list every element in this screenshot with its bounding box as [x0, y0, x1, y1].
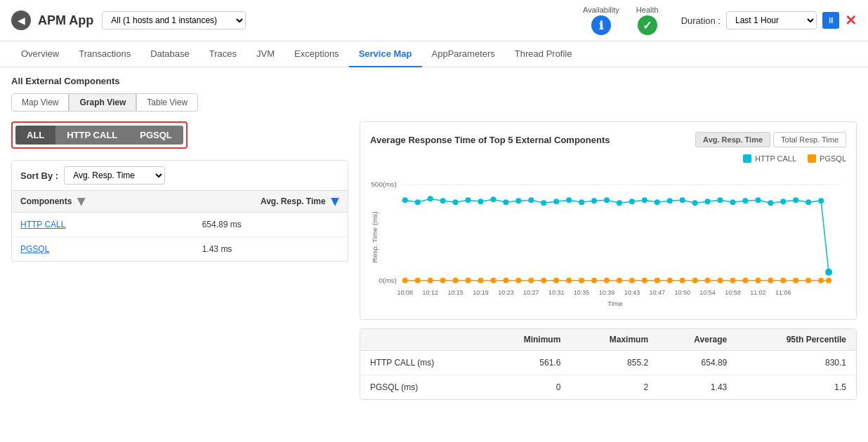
tab-service-map[interactable]: Service Map [349, 41, 422, 67]
map-view-button[interactable]: Map View [11, 93, 69, 112]
avg-resp-time-button[interactable]: Avg. Resp. Time [695, 132, 770, 147]
svg-point-16 [541, 200, 546, 206]
tab-jvm[interactable]: JVM [246, 41, 284, 67]
duration-section: Duration : Last 1 HourLast 6 HoursLast 2… [681, 11, 857, 29]
tab-database[interactable]: Database [140, 41, 199, 67]
stats-http-max: 855.2 [570, 351, 658, 375]
sort-row: Sort By : Avg. Resp. TimeTotal Resp. Tim… [12, 161, 348, 191]
svg-point-49 [515, 278, 521, 283]
tab-overview[interactable]: Overview [11, 41, 69, 67]
svg-point-66 [730, 278, 735, 283]
availability-health: Availability ℹ Health ✓ [583, 6, 659, 35]
svg-point-43 [440, 278, 446, 283]
svg-text:10:35: 10:35 [574, 289, 589, 296]
filter-http-button[interactable]: HTTP CALL [55, 126, 129, 145]
svg-point-32 [742, 198, 748, 203]
svg-text:500(ms): 500(ms) [371, 180, 397, 188]
tab-thread-profile[interactable]: Thread Profile [505, 41, 582, 67]
svg-text:10:08: 10:08 [397, 289, 413, 296]
svg-point-48 [503, 278, 508, 283]
stats-http-min: 561.6 [486, 351, 571, 375]
tab-traces[interactable]: Traces [199, 41, 246, 67]
chart-buttons: Avg. Resp. Time Total Resp. Time [695, 132, 846, 147]
table-view-button[interactable]: Table View [136, 93, 198, 112]
svg-text:10:19: 10:19 [473, 289, 488, 296]
left-panel: ALL HTTP CALL PGSQL Sort By : Avg. Resp.… [11, 121, 348, 400]
svg-point-59 [642, 278, 647, 283]
section-title: All External Components [11, 76, 857, 86]
stats-col-max: Maximum [570, 329, 658, 351]
stats-col-min: Minimum [486, 329, 571, 351]
host-select[interactable]: All (1 hosts and 1 instances) [102, 11, 246, 29]
tab-exceptions[interactable]: Exceptions [284, 41, 349, 67]
svg-text:10:43: 10:43 [624, 289, 640, 296]
back-button[interactable]: ◀ [11, 11, 31, 30]
graph-view-button[interactable]: Graph View [69, 93, 136, 112]
svg-point-68 [755, 278, 761, 283]
svg-point-46 [478, 278, 484, 283]
duration-label: Duration : [681, 15, 721, 26]
svg-point-12 [490, 196, 496, 202]
svg-point-42 [428, 278, 433, 283]
svg-point-36 [793, 197, 798, 203]
stats-pgsql-avg: 1.43 [658, 375, 737, 400]
svg-text:10:50: 10:50 [674, 289, 690, 296]
svg-point-47 [490, 278, 496, 283]
stats-http-avg: 654.89 [658, 351, 737, 375]
col-avg-resp: Avg. Resp. Time [167, 191, 348, 213]
svg-point-8 [440, 198, 446, 203]
svg-text:10:27: 10:27 [523, 289, 539, 296]
svg-point-20 [591, 198, 597, 203]
stats-table: Minimum Maximum Average 95th Percentile … [360, 329, 856, 399]
svg-point-55 [591, 278, 597, 283]
http-call-link[interactable]: HTTP CALL [20, 220, 65, 229]
total-resp-time-button[interactable]: Total Resp. Time [773, 132, 846, 147]
sort-select[interactable]: Avg. Resp. TimeTotal Resp. Time [64, 166, 165, 185]
svg-point-64 [705, 278, 711, 283]
chart-box: Average Response Time of Top 5 External … [360, 121, 857, 320]
health-icon: ✓ [638, 15, 657, 35]
svg-point-51 [541, 278, 546, 283]
health-label: Health [636, 6, 659, 14]
svg-point-39 [825, 269, 832, 276]
duration-select[interactable]: Last 1 HourLast 6 HoursLast 24 Hours [726, 11, 817, 29]
pgsql-link[interactable]: PGSQL [20, 244, 49, 254]
filter-all-button[interactable]: ALL [15, 126, 55, 145]
stats-col-p95: 95th Percentile [737, 329, 856, 351]
svg-point-67 [742, 278, 748, 283]
http-call-series [402, 196, 832, 276]
stats-pgsql-name: PGSQL (ms) [360, 375, 486, 400]
pgsql-avg-resp: 1.43 ms [167, 237, 348, 262]
close-button[interactable]: ✕ [845, 12, 857, 29]
filter-pgsql-button[interactable]: PGSQL [129, 126, 183, 145]
svg-point-50 [528, 278, 534, 283]
svg-point-6 [415, 199, 421, 205]
components-table-panel: Sort By : Avg. Resp. TimeTotal Resp. Tim… [11, 160, 348, 262]
tab-transactions[interactable]: Transactions [69, 41, 140, 67]
stats-pgsql-min: 0 [486, 375, 571, 400]
stats-http-name: HTTP CALL (ms) [360, 351, 486, 375]
legend-http-dot [743, 154, 751, 163]
svg-text:Resp. Time (ms): Resp. Time (ms) [371, 211, 379, 262]
svg-point-71 [793, 278, 798, 283]
pause-button[interactable]: ⏸ [822, 12, 839, 29]
svg-text:10:47: 10:47 [650, 289, 665, 296]
svg-point-73 [818, 278, 824, 283]
svg-point-34 [768, 200, 773, 206]
legend-pgsql-label: PGSQL [820, 154, 846, 163]
svg-point-44 [453, 278, 459, 283]
chart-svg: 500(ms) 0(ms) Resp. Time (ms) [370, 167, 846, 307]
svg-point-40 [402, 278, 408, 283]
svg-point-13 [503, 199, 508, 205]
pgsql-series [402, 278, 831, 283]
svg-point-7 [428, 196, 433, 201]
svg-point-23 [629, 199, 635, 204]
svg-point-14 [515, 198, 521, 203]
tab-appparameters[interactable]: AppParameters [422, 41, 505, 67]
svg-text:10:58: 10:58 [725, 289, 740, 296]
col-components: Components [12, 191, 167, 213]
svg-point-61 [667, 278, 673, 283]
svg-point-15 [528, 197, 534, 203]
svg-point-45 [466, 278, 471, 283]
chart-area: 500(ms) 0(ms) Resp. Time (ms) [370, 167, 846, 309]
